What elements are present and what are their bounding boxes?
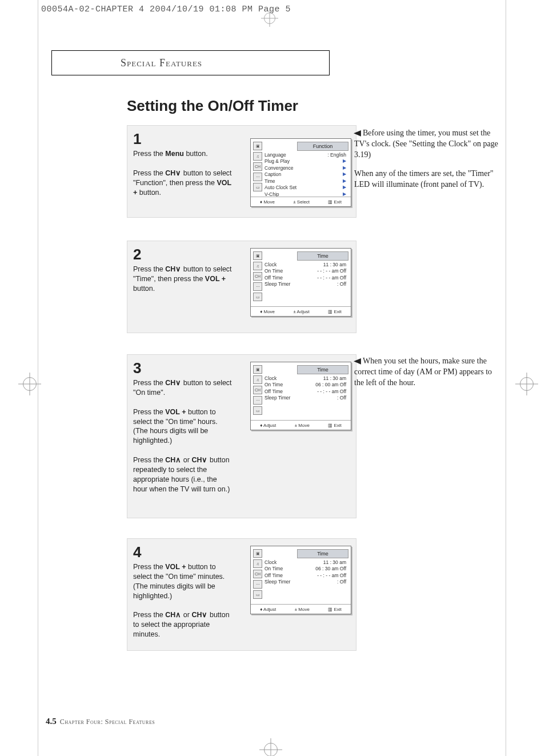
osd-tab-icon: ⋯ [253, 282, 262, 291]
t: Before using the timer, you must set the… [354, 129, 498, 159]
t: button. [133, 285, 155, 293]
t: CH [165, 265, 175, 273]
osd-body: Clock11 : 30 amOn Time06 : 00 am OffOff … [265, 375, 348, 402]
osd-title: Function [297, 142, 348, 151]
page: 00054A-02-CHAPTER 4 2004/10/19 01:08 PM … [0, 0, 545, 756]
chevron-down-icon: ∨ [175, 169, 181, 177]
t: button. [184, 150, 208, 158]
osd-footer: ♦ Move± Adjust▥ Exit [251, 306, 351, 316]
step-text: Press the Menu button. Press the CH∨ but… [133, 149, 233, 197]
osd-tab-icon: ♫ [253, 559, 262, 568]
registration-mark [264, 743, 278, 756]
chevron-down-icon: ∨ [175, 265, 181, 273]
osd-tab-icon: CH [253, 162, 262, 171]
osd-footer-item: ▥ Exit [328, 309, 342, 314]
osd-body: Clock11 : 30 amOn Time- - : - - am OffOf… [265, 262, 348, 288]
t: or [181, 611, 191, 619]
registration-mark-top [264, 13, 275, 24]
t: Press the [133, 265, 165, 273]
osd-tab-icon: ♫ [253, 375, 262, 384]
osd-row: Clock11 : 30 am [265, 375, 348, 382]
osd-footer-item: ± Adjust [293, 309, 309, 314]
osd-title: Time [297, 365, 348, 374]
osd-tab-icon: ▭ [253, 590, 262, 599]
osd-tab-icon: ⋯ [253, 396, 262, 405]
osd-row: Time▶ [265, 178, 348, 185]
t: When any of the timers are set, the "Tim… [354, 169, 503, 190]
t: Press the [133, 169, 165, 177]
osd-footer-item: ♦ Move [260, 309, 275, 314]
step-1: 1 Press the Menu button. Press the CH∨ b… [127, 125, 356, 218]
step-3: 3 Press the CH∨ button to select "On tim… [127, 354, 356, 518]
step-text: Press the CH∨ button to select "On time"… [133, 378, 233, 494]
osd-row: Convergence▶ [265, 165, 348, 171]
osd-body: Language: EnglishPlug & Play▶Convergence… [265, 152, 348, 198]
osd-time: ▣ ♫ CH ⋯ ▭ Time Clock11 : 30 amOn Time06… [250, 362, 351, 430]
osd-tab-icon: ▣ [253, 251, 262, 260]
osd-row: Clock11 : 30 am [265, 262, 348, 268]
osd-tab-icon: CH [253, 570, 262, 578]
page-title: Setting the On/Off Timer [127, 97, 298, 115]
osd-icon-column: ▣ ♫ CH ⋯ ▭ [253, 142, 262, 193]
osd-row: Auto Clock Set▶ [265, 185, 348, 191]
osd-icon-column: ▣ ♫ CH ⋯ ▭ [253, 365, 262, 417]
page-footer: 4.5 Chapter Four: Special Features [46, 717, 155, 726]
chevron-down-icon: ∨ [202, 456, 207, 464]
osd-row: Off Time- - : - - am Off [265, 573, 348, 579]
osd-footer-item: ± Select [293, 199, 310, 205]
osd-row: Sleep Timer: Off [265, 395, 348, 401]
osd-title: Time [297, 549, 348, 558]
t: When you set the hours, make sure the co… [354, 357, 492, 387]
t: CH [165, 169, 175, 177]
left-triangle-icon: ◀ [354, 128, 361, 139]
osd-icon-column: ▣ ♫ CH ⋯ ▭ [253, 251, 262, 303]
t: button. [137, 189, 161, 197]
t: CH [165, 611, 175, 619]
side-note-2: ◀When you set the hours, make sure the c… [354, 356, 503, 389]
osd-footer-item: ▥ Exit [328, 199, 342, 205]
osd-footer-item: ♦ Adjust [260, 423, 276, 428]
step-text: Press the VOL + button to select the "On… [133, 562, 233, 639]
osd-footer-item: ♦ Move [260, 199, 275, 205]
osd-row: On Time06 : 30 am Off [265, 566, 348, 572]
t: VOL + [165, 563, 186, 571]
registration-mark [520, 377, 534, 391]
osd-tab-icon: ▭ [253, 406, 262, 415]
osd-tab-icon: ▣ [253, 142, 262, 150]
t: CH [191, 611, 202, 619]
side-note-1: ◀Before using the timer, you must set th… [354, 128, 503, 190]
guide-line [38, 0, 38, 756]
osd-row: Caption▶ [265, 171, 348, 178]
osd-function: ▣ ♫ CH ⋯ ▭ Function Language: EnglishPlu… [250, 138, 351, 207]
osd-time: ▣ ♫ CH ⋯ ▭ Time Clock11 : 30 amOn Time- … [250, 248, 351, 317]
page-number: 4.5 [46, 717, 57, 726]
t: Press the [133, 408, 165, 416]
osd-row: On Time06 : 00 am Off [265, 382, 348, 388]
t: VOL + [205, 275, 226, 283]
osd-footer-item: ♦ Adjust [260, 607, 276, 612]
imprint-header: 00054A-02-CHAPTER 4 2004/10/19 01:08 PM … [41, 5, 291, 14]
osd-footer: ♦ Move± Select▥ Exit [251, 197, 351, 206]
osd-tab-icon: ▭ [253, 183, 262, 191]
guide-line [506, 0, 506, 756]
t: (The minutes digits will be highlighted.… [133, 582, 215, 600]
t: Press the [133, 150, 165, 158]
t: CH [165, 379, 175, 387]
t: Press the [133, 611, 165, 619]
t: Press the [133, 456, 165, 464]
t: Press the [133, 379, 165, 387]
step-text: Press the CH∨ button to select "Time", t… [133, 265, 233, 294]
osd-footer-item: ▥ Exit [328, 423, 342, 428]
osd-footer-item: ± Move [295, 607, 310, 612]
chevron-down-icon: ∨ [202, 611, 207, 619]
osd-body: Clock11 : 30 amOn Time06 : 30 am OffOff … [265, 559, 348, 586]
osd-tab-icon: CH [253, 272, 262, 281]
step-4: 4 Press the VOL + button to select the "… [127, 538, 356, 651]
osd-tab-icon: ▣ [253, 549, 262, 558]
osd-row: Clock11 : 30 am [265, 559, 348, 566]
osd-footer-item: ± Move [295, 423, 310, 428]
osd-footer: ♦ Adjust± Move▥ Exit [251, 604, 351, 614]
osd-tab-icon: ⋯ [253, 173, 262, 181]
chevron-up-icon: ∧ [175, 611, 181, 619]
registration-mark [23, 377, 37, 391]
